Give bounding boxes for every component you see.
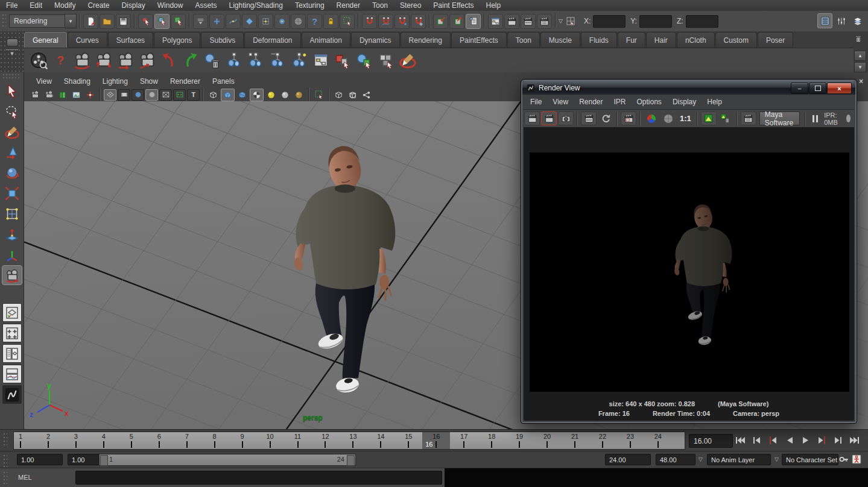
menu-item[interactable]: Help: [480, 0, 507, 11]
timeline-current-frame[interactable]: 1616: [422, 432, 450, 449]
persp-graph-layout-button[interactable]: [2, 365, 22, 383]
select-by-name-icon[interactable]: [563, 14, 578, 29]
render-view-menu-item[interactable]: Display: [667, 96, 702, 108]
open-render-settings-icon[interactable]: [741, 112, 756, 125]
shelf-tab[interactable]: Polygons: [154, 32, 200, 48]
viewport-menu-item[interactable]: Lighting: [97, 76, 134, 87]
close-button[interactable]: ×: [827, 83, 852, 94]
render-view-menu-item[interactable]: Options: [632, 96, 667, 108]
snapshot-icon[interactable]: [558, 112, 574, 125]
menu-set-dropdown-icon[interactable]: ▼: [65, 14, 77, 28]
menu-item[interactable]: File: [0, 0, 24, 11]
shelf-tab[interactable]: Fluids: [581, 32, 617, 48]
command-line-grip[interactable]: [3, 471, 7, 486]
help-mode-icon[interactable]: ?: [307, 14, 322, 29]
select-object-icon[interactable]: [154, 14, 169, 29]
timeline-frame[interactable]: 6: [145, 432, 173, 449]
viewport-menu-item[interactable]: View: [30, 76, 58, 87]
hypergraph-window-icon[interactable]: [310, 49, 332, 71]
timeline-frame[interactable]: 18: [478, 432, 505, 449]
animation-end-field[interactable]: 48.00: [656, 454, 695, 465]
timeline-frame[interactable]: 19: [505, 432, 533, 449]
menu-item[interactable]: Display: [115, 0, 151, 11]
render-view-title-bar[interactable]: Render View – ×: [522, 81, 855, 95]
viewport-menu-item[interactable]: Show: [134, 76, 164, 87]
render-frame-icon[interactable]: [524, 112, 540, 125]
pan-zoom-icon[interactable]: [84, 89, 97, 101]
time-slider-grip[interactable]: [3, 432, 7, 448]
menu-item[interactable]: Texturing: [289, 0, 331, 11]
panel-close-icon[interactable]: ×: [859, 77, 863, 86]
menu-item[interactable]: Paint Effects: [427, 0, 480, 11]
paint-selection-tool[interactable]: [2, 122, 22, 142]
playback-end-field[interactable]: 24.00: [605, 454, 651, 465]
shelf-help-icon[interactable]: ?: [49, 49, 71, 71]
timeline-frame[interactable]: 4: [90, 432, 118, 449]
shadows-icon[interactable]: [293, 89, 305, 101]
select-component-icon[interactable]: [171, 14, 186, 29]
bookmarks-icon[interactable]: [56, 89, 69, 101]
shelf-menu-toggle[interactable]: [7, 39, 18, 46]
lock-selection-icon[interactable]: [323, 14, 338, 29]
image-plane-icon[interactable]: [70, 89, 83, 101]
viewport-menu-item[interactable]: Shading: [58, 76, 97, 87]
render-region-icon[interactable]: [621, 112, 636, 125]
character-set-collapse-icon[interactable]: ▽: [775, 456, 779, 462]
undo-icon[interactable]: [158, 49, 180, 71]
render-settings-icon[interactable]: [537, 14, 552, 29]
shelf-tab[interactable]: Custom: [715, 32, 757, 48]
timeline-frame[interactable]: 12: [311, 432, 339, 449]
shelf-scroll-down-icon[interactable]: ▼: [854, 62, 866, 72]
snap-magnet-curve-icon[interactable]: [378, 14, 393, 29]
smooth-shade-display-icon[interactable]: [221, 89, 235, 101]
output-connections-icon[interactable]: [449, 14, 464, 29]
playblast-review-icon[interactable]: [28, 49, 49, 71]
render-view-menu-item[interactable]: Help: [702, 96, 727, 108]
xray-display-icon[interactable]: [332, 89, 345, 101]
range-end-handle[interactable]: [347, 455, 355, 466]
timeline-frame[interactable]: 1: [13, 432, 34, 449]
timeline-frame[interactable]: 15: [394, 432, 422, 449]
anim-layer-selector[interactable]: No Anim Layer: [707, 454, 771, 465]
shelf-tab[interactable]: Hair: [646, 32, 676, 48]
textured-display-icon[interactable]: [236, 89, 249, 101]
mel-command-input[interactable]: [75, 471, 442, 485]
range-slider[interactable]: 1 24: [99, 454, 356, 466]
toolbar-grip[interactable]: [2, 13, 6, 29]
timeline-frame[interactable]: 2: [34, 432, 62, 449]
z-coordinate-field[interactable]: [686, 15, 718, 28]
stop-ipr-icon[interactable]: [846, 115, 851, 122]
symmetry-icon[interactable]: [193, 14, 208, 29]
attribute-editor-toggle-icon[interactable]: [817, 13, 832, 28]
save-scene-icon[interactable]: [116, 14, 131, 29]
shelf-tab[interactable]: nCloth: [677, 32, 715, 48]
timeline-frame[interactable]: 23: [616, 432, 644, 449]
snap-projected-center-icon[interactable]: [274, 14, 290, 29]
pause-ipr-icon[interactable]: [811, 115, 819, 122]
snap-to-planes-icon[interactable]: [242, 14, 257, 29]
last-tool-used[interactable]: [2, 265, 22, 285]
single-pane-layout-button[interactable]: [2, 303, 22, 322]
snap-to-grids-icon[interactable]: [209, 14, 224, 29]
anim-layer-collapse-icon[interactable]: ▽: [699, 456, 703, 462]
x-coordinate-field[interactable]: [593, 15, 626, 28]
input-connections-icon[interactable]: [433, 14, 448, 29]
default-lighting-icon[interactable]: [265, 89, 277, 101]
hypergraph-layout-button[interactable]: [2, 385, 22, 404]
animation-start-field[interactable]: 1.00: [17, 454, 63, 465]
rendered-image[interactable]: [530, 152, 849, 392]
snap-magnet-plane-icon[interactable]: [411, 14, 426, 29]
refresh-ipr-icon[interactable]: [598, 112, 613, 125]
maximize-button[interactable]: [809, 83, 826, 94]
resolution-gate-icon[interactable]: [131, 89, 144, 101]
flat-lighting-icon[interactable]: [279, 89, 291, 101]
character-set-selector[interactable]: No Character Set: [782, 454, 838, 465]
shelf-scroll-up-icon[interactable]: ▲: [854, 51, 866, 61]
step-back-frame-button[interactable]: [749, 433, 765, 447]
shelf-tab[interactable]: Curves: [68, 32, 107, 48]
cluster-icon[interactable]: [223, 49, 245, 71]
wireframe-display-icon[interactable]: [207, 89, 220, 101]
grid-toggle-icon[interactable]: [104, 89, 116, 101]
shelf-tab[interactable]: Animation: [302, 32, 350, 48]
shelf-tab[interactable]: Poser: [758, 32, 793, 48]
